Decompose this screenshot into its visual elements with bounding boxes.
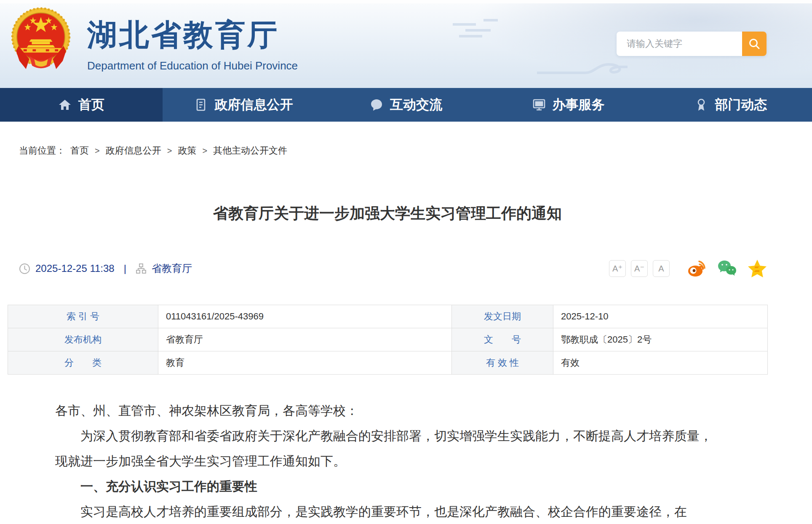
- share-weibo-icon[interactable]: [686, 259, 707, 278]
- chat-icon: [370, 98, 383, 112]
- meta-value-issuing-agency: 省教育厅: [158, 328, 452, 351]
- table-row: 分 类 教育 有 效 性 有效: [8, 351, 768, 375]
- article-source[interactable]: 省教育厅: [152, 262, 192, 275]
- meta-value-issue-date: 2025-12-10: [553, 305, 768, 328]
- breadcrumb-separator: >: [202, 146, 207, 156]
- nav-item-label: 部门动态: [715, 96, 767, 114]
- main-nav: 首页 政府信息公开 互动交流 办事服务: [0, 88, 812, 122]
- breadcrumb-item-other-docs[interactable]: 其他主动公开文件: [213, 144, 287, 157]
- article-meta-row: 2025-12-25 11:38 | 省教育厅 A⁺ A⁻ A: [19, 258, 767, 279]
- nav-item-label: 首页: [78, 96, 104, 114]
- site-title-block: 湖北省教育厅 Department of Education of Hubei …: [87, 15, 298, 72]
- meta-label-issuing-agency: 发布机构: [8, 328, 158, 351]
- nav-item-services[interactable]: 办事服务: [487, 88, 650, 122]
- article-meta-left: 2025-12-25 11:38 | 省教育厅: [19, 262, 192, 275]
- paragraph-intro: 为深入贯彻教育部和省委省政府关于深化产教融合的安排部署，切实增强学生实践能力，不…: [55, 423, 713, 474]
- clock-icon: [19, 263, 30, 274]
- breadcrumb-item-home[interactable]: 首页: [70, 144, 89, 157]
- sitemap-icon: [136, 263, 147, 274]
- breadcrumb-separator: >: [167, 146, 172, 156]
- search-icon: [748, 37, 761, 50]
- site-title: 湖北省教育厅: [87, 15, 298, 55]
- meta-label-validity: 有 效 性: [452, 351, 553, 375]
- meta-value-validity: 有效: [553, 351, 768, 375]
- nav-item-label: 互动交流: [390, 96, 442, 114]
- nav-item-home[interactable]: 首页: [0, 88, 163, 122]
- paragraph-section-heading: 一、充分认识实习工作的重要性: [55, 474, 713, 499]
- document-icon: [194, 98, 208, 112]
- breadcrumb: 当前位置： 首页 > 政府信息公开 > 政策 > 其他主动公开文件: [19, 144, 767, 157]
- national-emblem-logo[interactable]: [11, 6, 72, 72]
- font-reset-button[interactable]: A: [653, 260, 670, 277]
- breadcrumb-label: 当前位置：: [19, 144, 65, 157]
- site-header: 湖北省教育厅 Department of Education of Hubei …: [0, 3, 812, 88]
- document-meta-table: 索 引 号 011043161/2025-43969 发文日期 2025-12-…: [8, 305, 768, 375]
- nav-item-label: 政府信息公开: [214, 96, 293, 114]
- meta-label-index-number: 索 引 号: [8, 305, 158, 328]
- publish-time: 2025-12-25 11:38: [35, 263, 115, 274]
- meta-value-index-number: 011043161/2025-43969: [158, 305, 452, 328]
- breadcrumb-item-policy[interactable]: 政策: [178, 144, 196, 157]
- cloud-decoration-icon: [451, 16, 505, 41]
- top-strip: [0, 0, 812, 3]
- page: 湖北省教育厅 Department of Education of Hubei …: [0, 0, 812, 524]
- nav-item-department-news[interactable]: 部门动态: [649, 88, 812, 122]
- home-icon: [58, 98, 72, 112]
- paragraph-salutation: 各市、州、直管市、神农架林区教育局，各高等学校：: [55, 398, 713, 423]
- nav-item-gov-info[interactable]: 政府信息公开: [163, 88, 325, 122]
- table-row: 发布机构 省教育厅 文 号 鄂教职成〔2025〕2号: [8, 328, 768, 351]
- meta-label-category: 分 类: [8, 351, 158, 375]
- badge-icon: [694, 98, 708, 112]
- search-input[interactable]: [617, 32, 742, 56]
- document-body: 各市、州、直管市、神农架林区教育局，各高等学校： 为深入贯彻教育部和省委省政府关…: [55, 398, 713, 524]
- search-bar: [617, 32, 767, 56]
- share-qzone-icon[interactable]: [747, 259, 767, 278]
- monitor-icon: [532, 98, 546, 112]
- font-smaller-button[interactable]: A⁻: [631, 260, 648, 277]
- article-meta-right: A⁺ A⁻ A: [604, 259, 767, 278]
- font-larger-button[interactable]: A⁺: [609, 260, 626, 277]
- share-wechat-icon[interactable]: [717, 259, 737, 278]
- search-button[interactable]: [742, 32, 767, 56]
- meta-value-category: 教育: [158, 351, 452, 375]
- meta-label-issue-date: 发文日期: [452, 305, 553, 328]
- nav-item-label: 办事服务: [553, 96, 605, 114]
- meta-separator: |: [124, 263, 126, 274]
- meta-value-doc-number: 鄂教职成〔2025〕2号: [553, 328, 768, 351]
- meta-label-doc-number: 文 号: [452, 328, 553, 351]
- table-row: 索 引 号 011043161/2025-43969 发文日期 2025-12-…: [8, 305, 768, 328]
- cloud-decoration-icon: [535, 60, 628, 77]
- site-subtitle-en: Department of Education of Hubei Provinc…: [87, 59, 298, 72]
- paragraph-section-text: 实习是高校人才培养的重要组成部分，是实践教学的重要环节，也是深化产教融合、校企合…: [55, 499, 713, 524]
- breadcrumb-item-gov-info[interactable]: 政府信息公开: [106, 144, 161, 157]
- nav-item-interaction[interactable]: 互动交流: [325, 88, 487, 122]
- breadcrumb-separator: >: [95, 146, 100, 156]
- article-title: 省教育厅关于进一步加强大学生实习管理工作的通知: [8, 203, 767, 224]
